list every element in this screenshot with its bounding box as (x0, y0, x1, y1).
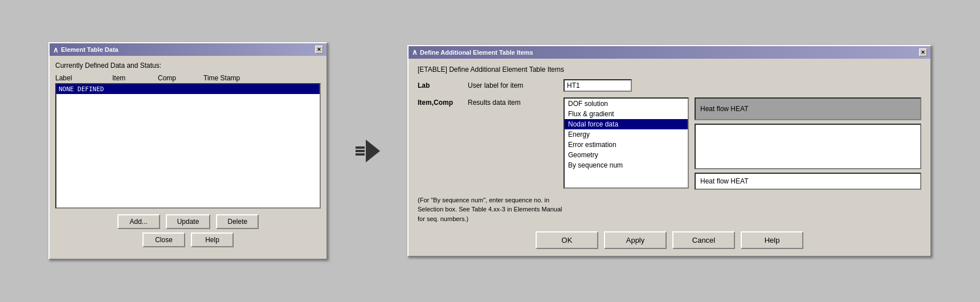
item-comp-row: Item,Comp Results data item DOF solution… (418, 97, 921, 190)
update-button[interactable]: Update (166, 214, 211, 229)
ansys-logo-left: ∧ (53, 46, 59, 54)
item-comp-description: Results data item (468, 97, 559, 107)
result-bottom-text: Heat flow HEAT (700, 177, 748, 185)
list-item-geometry[interactable]: Geometry (565, 150, 688, 160)
close-button[interactable]: Close (142, 232, 185, 247)
left-window-close-btn[interactable]: ✕ (315, 46, 323, 54)
hint-text: (For "By sequence num", enter sequence n… (418, 195, 566, 224)
ansys-logo-right: ∧ (412, 48, 418, 56)
etable-info: [ETABLE] Define Additional Element Table… (418, 66, 921, 74)
right-window-title: Define Additional Element Table Items (420, 49, 533, 56)
item-comp-label: Item,Comp (418, 97, 463, 107)
arrow-area (345, 140, 390, 162)
result-selected-text: Heat flow HEAT (700, 105, 748, 113)
right-window: ∧ Define Additional Element Table Items … (407, 45, 932, 258)
left-window: ∧ Element Table Data ✕ Currently Defined… (48, 42, 328, 260)
list-item-nodal[interactable]: Nodal force data (565, 119, 688, 129)
right-window-titlebar: ∧ Define Additional Element Table Items … (409, 46, 930, 59)
left-window-titlebar: ∧ Element Table Data ✕ (50, 43, 326, 56)
col-timestamp: Time Stamp (203, 74, 260, 82)
lab-label: Lab (418, 81, 463, 89)
col-label: Label (55, 74, 112, 82)
lab-description: User label for item (468, 81, 559, 89)
list-item-dof[interactable]: DOF solution (565, 99, 688, 109)
help-button-left[interactable]: Help (191, 232, 234, 247)
data-table[interactable]: NONE DEFINED (55, 83, 321, 209)
arrow-pipe-3 (356, 153, 365, 156)
apply-button[interactable]: Apply (604, 231, 667, 249)
ok-button[interactable]: OK (536, 231, 598, 249)
col-comp: Comp (158, 74, 203, 82)
arrow-pipe-1 (356, 146, 365, 149)
lab-row: Lab User label for item (418, 79, 921, 92)
list-item-flux[interactable]: Flux & gradient (565, 109, 688, 119)
table-header: Label Item Comp Time Stamp (55, 74, 321, 82)
lab-input[interactable] (564, 79, 632, 92)
bottom-buttons: OK Apply Cancel Help (418, 231, 921, 249)
button-row-2: Close Help (55, 232, 321, 247)
table-row[interactable]: NONE DEFINED (56, 84, 320, 94)
result-panel: Heat flow HEAT Heat flow HEAT (695, 97, 921, 190)
right-window-close-btn[interactable]: ✕ (919, 48, 927, 56)
result-bottom-box: Heat flow HEAT (695, 173, 921, 190)
button-row-1: Add... Update Delete (55, 214, 321, 229)
left-window-title: Element Table Data (61, 46, 119, 53)
list-item-error[interactable]: Error estimation (565, 140, 688, 150)
arrow-pipes (356, 146, 365, 156)
arrow-pipe-2 (356, 150, 365, 152)
add-button[interactable]: Add... (117, 214, 160, 229)
section-title: Currently Defined Data and Status: (55, 62, 321, 70)
result-empty-box[interactable] (695, 124, 921, 169)
result-selected-box[interactable]: Heat flow HEAT (695, 97, 921, 120)
delete-button[interactable]: Delete (216, 214, 259, 229)
list-item-sequence[interactable]: By sequence num (565, 160, 688, 170)
results-listbox[interactable]: DOF solution Flux & gradient Nodal force… (564, 97, 689, 189)
list-item-energy[interactable]: Energy (565, 129, 688, 140)
cancel-button[interactable]: Cancel (672, 231, 735, 249)
col-item: Item (112, 74, 158, 82)
help-button-right[interactable]: Help (741, 231, 803, 249)
list-and-result: DOF solution Flux & gradient Nodal force… (564, 97, 921, 190)
arrow-head (366, 140, 380, 162)
